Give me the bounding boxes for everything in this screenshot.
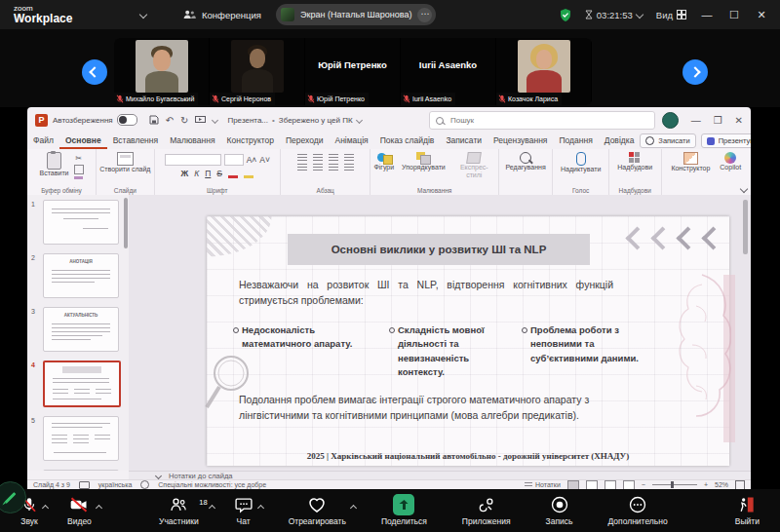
notes-toggle-button[interactable]: Нотатки [525, 481, 561, 488]
thumb-slide-5[interactable] [43, 416, 119, 461]
shared-screen-pill[interactable]: Экран (Наталья Шаронова) ⋯ [276, 4, 436, 25]
slide-canvas[interactable]: Основні виклики у розвитку ШІ та NLP Нез… [207, 216, 729, 466]
thumbnail-row-3[interactable]: 3 АКТУАЛЬНІСТЬ [31, 307, 129, 352]
line-spacing-icon[interactable] [344, 164, 354, 171]
slide-title[interactable]: Основні виклики у розвитку ШІ та NLP [288, 234, 590, 265]
copilot-button[interactable]: Copilot [720, 152, 741, 172]
font-color-icon[interactable] [228, 168, 238, 178]
tab-draw[interactable]: Малювання [164, 133, 220, 149]
thumb-slide-2[interactable]: АНОТАЦІЯ [43, 253, 119, 298]
align-right-icon[interactable] [329, 164, 338, 171]
qat-chevron-down-icon[interactable] [212, 116, 218, 123]
tab-file[interactable]: Файл [27, 133, 59, 149]
new-slide-button[interactable]: Створити слайд [99, 152, 150, 173]
participant-tile-2[interactable]: Сергій Неронов [210, 38, 305, 105]
save-icon[interactable] [149, 115, 159, 125]
thumbnail-row-1[interactable]: 1 [31, 200, 129, 245]
slideshow-icon[interactable] [195, 116, 206, 125]
search-box[interactable] [429, 111, 655, 130]
underline-button[interactable]: П [205, 169, 211, 178]
document-title[interactable]: Презента... • Збережено у цей ПК [227, 116, 361, 125]
ppt-close-button[interactable]: ✕ [735, 115, 743, 126]
record-button[interactable]: Записати [640, 133, 695, 148]
tab-help[interactable]: Довідка [599, 133, 641, 149]
slide-intro-text[interactable]: Незважаючи на розвиток ШІ та NLP, відтво… [239, 277, 613, 309]
thumbnail-row-2[interactable]: 2 АНОТАЦІЯ [31, 253, 129, 298]
tab-view[interactable]: Подання [553, 133, 598, 149]
zoom-slider[interactable] [652, 484, 697, 485]
redo-button[interactable]: ↻ [180, 115, 188, 126]
participants-options-chevron[interactable] [210, 503, 214, 513]
slide-sorter-view-button[interactable] [586, 480, 598, 490]
tab-insert[interactable]: Вставлення [107, 133, 164, 149]
chat-options-chevron[interactable] [258, 503, 263, 513]
undo-button[interactable]: ↶ [166, 115, 174, 126]
thumb-slide-3[interactable]: АКТУАЛЬНІСТЬ [43, 307, 119, 352]
slide-bullet-1[interactable]: Недосконалість математичного апарату. [242, 323, 357, 352]
align-left-icon[interactable] [297, 164, 307, 171]
bold-button[interactable]: Ж [181, 169, 189, 178]
zoom-slider-knob[interactable] [671, 481, 674, 488]
participant-tile-5[interactable]: Козачок Лариса [496, 38, 592, 105]
more-button[interactable]: Дополнительно [601, 495, 674, 526]
normal-view-button[interactable] [567, 480, 579, 490]
participant-tile-4[interactable]: Iurii Asaenko Iurii Asaenko [401, 38, 496, 105]
view-button[interactable]: Вид [656, 10, 686, 20]
designer-button[interactable]: Конструктор [671, 152, 710, 172]
window-minimize-button[interactable]: — [700, 9, 714, 20]
grow-font-icon[interactable]: А˄ [247, 155, 257, 165]
reading-view-button[interactable] [604, 480, 616, 490]
bullets-icon[interactable] [297, 154, 307, 162]
align-center-icon[interactable] [313, 164, 323, 171]
chat-button[interactable]: Чат [227, 495, 260, 526]
thumb-slide-6[interactable] [43, 470, 119, 471]
pill-more-button[interactable]: ⋯ [417, 8, 432, 22]
slide-conclusion-text[interactable]: Подолання проблем вимагає інтеграції стр… [239, 393, 621, 424]
tab-design[interactable]: Конструктор [221, 133, 280, 149]
thumb-slide-1[interactable] [43, 200, 119, 245]
zoom-level[interactable]: 52% [715, 481, 728, 488]
thumbnail-scrollbar-thumb[interactable] [124, 198, 128, 248]
strikethrough-button[interactable]: S [216, 169, 222, 178]
search-input[interactable] [448, 115, 648, 126]
ppt-restore-button[interactable]: ❐ [714, 115, 722, 126]
strip-next-button[interactable] [682, 59, 708, 85]
notes-collapse-chevron-icon[interactable] [155, 473, 162, 479]
slideshow-view-button[interactable] [623, 480, 635, 490]
react-options-chevron[interactable] [351, 503, 356, 513]
record-button[interactable]: Запись [539, 495, 580, 526]
thumbnail-row-5[interactable]: 5 [31, 416, 129, 461]
present-in-teams-button[interactable]: Презентувати в Teams [701, 133, 751, 148]
font-name-select[interactable] [165, 154, 221, 166]
slide-bullet-2[interactable]: Складність мовної діяльності та невизнач… [398, 323, 513, 379]
fit-to-window-icon[interactable] [735, 480, 745, 490]
audio-options-chevron[interactable] [43, 503, 48, 513]
brand-chevron-down-icon[interactable] [139, 11, 147, 19]
format-painter-icon[interactable] [74, 176, 83, 179]
indent-increase-icon[interactable] [344, 154, 354, 162]
participants-button[interactable]: 18 Участники [152, 495, 206, 526]
paste-button[interactable]: Вставити [40, 152, 69, 179]
tab-review[interactable]: Рецензування [488, 133, 553, 149]
tab-home[interactable]: Основне [59, 133, 107, 149]
copy-icon[interactable] [74, 165, 84, 174]
indent-decrease-icon[interactable] [329, 154, 338, 162]
leave-button[interactable]: Выйти [728, 495, 766, 526]
thumbnail-row-6[interactable]: 6 [31, 470, 129, 471]
editing-button[interactable]: Редагування [505, 152, 545, 171]
tab-transitions[interactable]: Переходи [280, 133, 330, 149]
zoom-out-button[interactable]: − [642, 481, 645, 488]
share-screen-button[interactable]: Поделиться [374, 495, 434, 526]
video-options-chevron[interactable] [97, 503, 101, 513]
meeting-tab[interactable]: Конференция [183, 10, 261, 20]
video-button[interactable]: Видео [60, 495, 98, 526]
quick-styles-button[interactable]: Експрес-стилі [453, 152, 495, 178]
window-maximize-button[interactable]: ☐ [727, 9, 741, 21]
display-settings-icon[interactable] [79, 481, 90, 489]
autosave-toggle[interactable] [117, 114, 137, 126]
thumbnail-row-4[interactable]: 4 [31, 361, 129, 407]
highlight-color-icon[interactable] [244, 168, 254, 178]
thumb-slide-4-selected[interactable] [43, 361, 121, 407]
account-avatar[interactable] [662, 112, 679, 129]
dictate-button[interactable]: Надиктувати [561, 152, 601, 173]
